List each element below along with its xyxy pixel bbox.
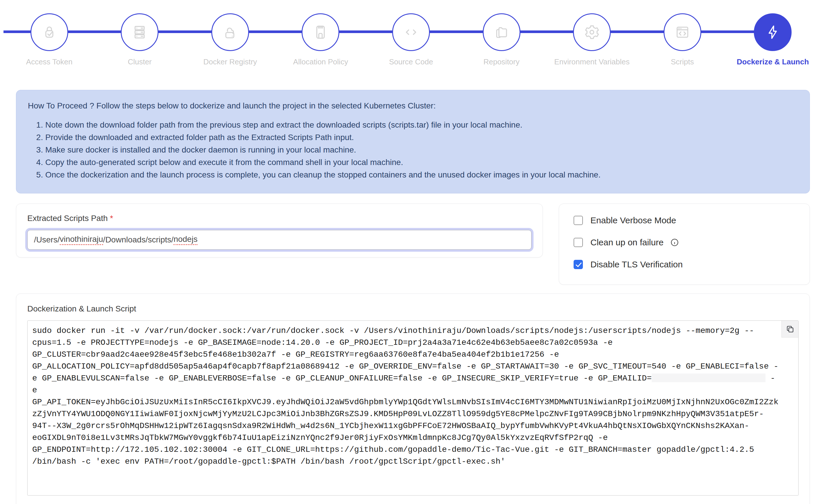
stepper-step-circle[interactable] [302,13,339,51]
stepper-step-circle[interactable] [573,13,611,51]
stepper-step-dockerize-launch[interactable]: Dockerize & Launch [728,13,818,66]
stepper-step-label: Allocation Policy [293,57,348,66]
stepper-step-circle[interactable] [664,13,701,51]
path-segment: /Downloads/scripts/ [103,235,173,244]
lock-check-icon [41,24,58,41]
info-step-item: Once the dockerization and the launch pr… [45,168,797,181]
stepper-step-allocation-policy[interactable]: Allocation Policy [276,13,366,66]
info-heading: How To Proceed ? Follow the steps below … [28,101,797,111]
stepper-step-repository[interactable]: Repository [456,13,547,66]
folder-icon [493,24,510,41]
email-redacted-block [652,374,766,382]
script-title: Dockerization & Launch Script [27,304,799,313]
stepper-step-scripts[interactable]: Scripts [637,13,728,66]
path-segment-misspelled: nodejs [173,235,198,245]
info-steps-list: Note down the download folder path from … [28,119,797,181]
checkbox-clean-up-on-failure[interactable] [573,238,583,247]
script-window-icon [674,24,691,41]
info-step-item: Make sure docker is installed and the do… [45,144,797,156]
path-segment: /Users/ [34,235,60,244]
script-card: Dockerization & Launch Script sudo docke… [16,293,810,504]
path-segment-misspelled: vinothiniraju [60,235,103,245]
info-step-item: Note down the download folder path from … [45,119,797,131]
stepper-step-label: Cluster [128,57,151,66]
stepper-step-circle[interactable] [211,13,249,51]
field-label-text: Extracted Scripts Path [27,214,108,223]
stepper-step-label: Environment Variables [554,57,630,66]
info-icon[interactable] [670,238,679,247]
required-asterisk: * [110,214,113,223]
options-card: Enable Verbose Mode Clean up on failure … [559,204,810,285]
server-stack-icon [131,24,148,41]
script-text: sudo docker run -it -v /var/run/docker.s… [32,325,780,467]
stepper-step-circle[interactable] [392,13,430,51]
stepper-step-circle[interactable] [30,13,68,51]
dockerize-launch-page: Access Token Cluster Docker Registry All… [0,0,818,504]
info-step-item: Provide the downloaded and extracted fol… [45,131,797,144]
stepper-step-access-token[interactable]: Access Token [4,13,95,66]
checkbox-label: Clean up on failure [590,238,664,247]
form-row: Extracted Scripts Path * /Users/vinothin… [16,204,810,285]
stepper-step-circle[interactable] [483,13,520,51]
checkbox-label: Enable Verbose Mode [590,215,676,225]
stepper-step-label: Docker Registry [203,57,257,66]
script-after-email: -e GP_API_TOKEN=eyJhbGciOiJSUzUxMiIsInR5… [32,374,779,466]
memory-card-icon [312,24,329,41]
stepper-steps: Access Token Cluster Docker Registry All… [0,13,818,66]
gear-icon [583,24,600,41]
how-to-proceed-info-box: How To Proceed ? Follow the steps below … [16,90,810,193]
info-step-item: Copy the auto-generated script below and… [45,156,797,168]
extracted-scripts-path-card: Extracted Scripts Path * /Users/vinothin… [16,204,543,258]
registry-cloud-icon [222,24,239,41]
checkbox-label: Disable TLS Verification [590,260,683,269]
stepper-step-source-code[interactable]: Source Code [366,13,456,66]
option-row-clean-up-on-failure: Clean up on failure [573,238,795,247]
wizard-stepper: Access Token Cluster Docker Registry All… [0,0,818,80]
stepper-step-environment-variables[interactable]: Environment Variables [546,13,637,66]
code-brackets-icon [403,24,419,41]
extracted-scripts-path-label: Extracted Scripts Path * [27,214,531,223]
stepper-step-circle[interactable] [121,13,158,51]
checkbox-disable-tls-verification[interactable] [573,260,583,269]
checkbox-enable-verbose-mode[interactable] [573,216,583,225]
stepper-step-circle[interactable] [754,13,792,51]
stepper-step-label: Source Code [389,57,433,66]
stepper-step-label: Dockerize & Launch [737,57,809,66]
options-list: Enable Verbose Mode Clean up on failure … [573,215,795,269]
option-row-enable-verbose-mode: Enable Verbose Mode [573,215,795,225]
stepper-step-cluster[interactable]: Cluster [95,13,185,66]
copy-icon [786,324,795,334]
extracted-scripts-path-input[interactable]: /Users/vinothiniraju/Downloads/scripts/n… [27,230,531,250]
copy-script-button[interactable] [781,321,798,338]
stepper-step-label: Scripts [671,57,694,66]
option-row-disable-tls-verification: Disable TLS Verification [573,260,795,269]
lightning-icon [764,24,781,41]
script-box: sudo docker run -it -v /var/run/docker.s… [27,320,799,496]
stepper-step-label: Access Token [26,57,73,66]
stepper-step-label: Repository [483,57,519,66]
stepper-step-docker-registry[interactable]: Docker Registry [185,13,276,66]
